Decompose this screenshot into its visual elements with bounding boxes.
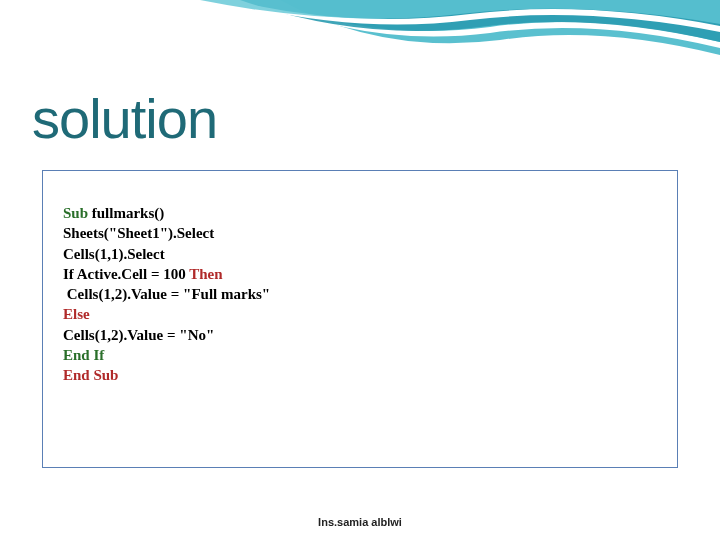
code-line: End If bbox=[63, 345, 657, 365]
code-content: Sub fullmarks()Sheets("Sheet1").SelectCe… bbox=[63, 203, 657, 385]
wave-decoration bbox=[0, 0, 720, 80]
slide-footer: Ins.samia alblwi bbox=[0, 516, 720, 528]
code-line: Cells(1,1).Select bbox=[63, 244, 657, 264]
code-line: Cells(1,2).Value = "No" bbox=[63, 325, 657, 345]
code-line: Cells(1,2).Value = "Full marks" bbox=[63, 284, 657, 304]
slide-title: solution bbox=[32, 86, 217, 151]
code-line: If Active.Cell = 100 Then bbox=[63, 264, 657, 284]
code-line: Sub fullmarks() bbox=[63, 203, 657, 223]
code-line: End Sub bbox=[63, 365, 657, 385]
code-line: Else bbox=[63, 304, 657, 324]
code-box: Sub fullmarks()Sheets("Sheet1").SelectCe… bbox=[42, 170, 678, 468]
code-line: Sheets("Sheet1").Select bbox=[63, 223, 657, 243]
